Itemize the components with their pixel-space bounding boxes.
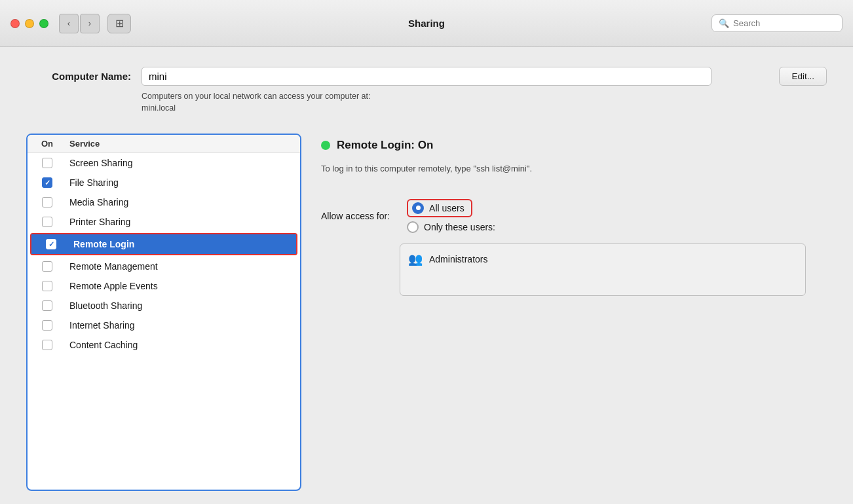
computer-name-right: Computers on your local network can acce…: [142, 67, 768, 114]
computer-name-section: Computer Name: Computers on your local n…: [26, 67, 827, 120]
service-label-remote-management: Remote Management: [67, 261, 300, 272]
status-title: Remote Login: On: [337, 139, 433, 152]
computer-name-input[interactable]: [142, 67, 711, 86]
traffic-lights: [10, 19, 48, 28]
service-item-screen-sharing[interactable]: Screen Sharing: [28, 153, 300, 173]
status-dot-on: [321, 141, 330, 150]
service-label-remote-apple-events: Remote Apple Events: [67, 281, 300, 291]
search-box[interactable]: 🔍: [711, 14, 843, 32]
checkbox-internet-sharing[interactable]: [42, 320, 52, 331]
search-icon: 🔍: [719, 18, 729, 28]
content-area: Computer Name: Computers on your local n…: [0, 47, 853, 504]
service-item-media-sharing[interactable]: Media Sharing: [28, 192, 300, 212]
status-description: To log in to this computer remotely, typ…: [321, 162, 714, 175]
users-table-row-administrators: 👥 Administrators: [408, 249, 797, 269]
checkbox-media-sharing[interactable]: [42, 197, 52, 207]
service-item-remote-management[interactable]: Remote Management: [28, 257, 300, 276]
status-row: Remote Login: On: [321, 139, 827, 152]
checkbox-bluetooth-sharing[interactable]: [42, 300, 52, 311]
search-input[interactable]: [733, 18, 835, 28]
service-label-screen-sharing: Screen Sharing: [67, 158, 300, 168]
service-list-body: Screen Sharing File Sharing Media Sharin…: [28, 153, 300, 490]
service-label-file-sharing: File Sharing: [67, 177, 300, 188]
maximize-button[interactable]: [39, 19, 48, 28]
service-item-bluetooth-sharing[interactable]: Bluetooth Sharing: [28, 296, 300, 315]
service-label-media-sharing: Media Sharing: [67, 197, 300, 207]
radio-row-only-these[interactable]: Only these users:: [407, 221, 495, 233]
service-item-internet-sharing[interactable]: Internet Sharing: [28, 315, 300, 335]
service-item-remote-apple-events[interactable]: Remote Apple Events: [28, 276, 300, 296]
checkbox-remote-management[interactable]: [42, 261, 52, 272]
col-service-header: Service: [67, 139, 300, 149]
radio-group: All users Only these users:: [407, 199, 495, 233]
checkbox-printer-sharing[interactable]: [42, 217, 52, 227]
checkbox-content-caching[interactable]: [42, 340, 52, 350]
radio-only-these[interactable]: [407, 221, 419, 233]
checkbox-remote-login[interactable]: [46, 239, 56, 249]
service-label-content-caching: Content Caching: [67, 340, 300, 350]
checkbox-remote-apple-events[interactable]: [42, 281, 52, 291]
service-label-remote-login: Remote Login: [71, 239, 296, 249]
back-button[interactable]: ‹: [59, 14, 79, 33]
access-label: Allow access for:: [321, 211, 390, 221]
radio-label-only-these: Only these users:: [424, 222, 495, 232]
service-item-file-sharing[interactable]: File Sharing: [28, 173, 300, 192]
service-label-internet-sharing: Internet Sharing: [67, 320, 300, 331]
minimize-button[interactable]: [25, 19, 34, 28]
grid-button[interactable]: ⊞: [107, 14, 131, 33]
service-item-printer-sharing[interactable]: Printer Sharing: [28, 212, 300, 232]
access-section: Allow access for: All users Only: [321, 199, 827, 296]
service-label-printer-sharing: Printer Sharing: [67, 217, 300, 227]
grid-icon: ⊞: [115, 17, 124, 29]
nav-buttons: ‹ ›: [59, 14, 100, 33]
edit-button[interactable]: Edit...: [779, 67, 827, 86]
window-title: Sharing: [408, 18, 445, 29]
forward-button[interactable]: ›: [80, 14, 100, 33]
service-list: On Service Screen Sharing File Sharing M: [26, 134, 301, 491]
radio-label-all-users: All users: [429, 203, 464, 213]
service-list-header: On Service: [28, 135, 300, 153]
close-button[interactable]: [10, 19, 20, 28]
checkbox-file-sharing[interactable]: [42, 177, 52, 188]
administrators-label: Administrators: [429, 254, 487, 264]
computer-name-description: Computers on your local network can acce…: [142, 91, 768, 114]
service-label-bluetooth-sharing: Bluetooth Sharing: [67, 300, 300, 311]
computer-name-label: Computer Name:: [26, 67, 131, 82]
titlebar: ‹ › ⊞ Sharing 🔍: [0, 0, 853, 47]
radio-all-users[interactable]: [412, 202, 424, 214]
col-on-header: On: [28, 139, 67, 149]
detail-panel: Remote Login: On To log in to this compu…: [321, 134, 827, 491]
users-table: 👥 Administrators: [400, 243, 806, 296]
checkbox-screen-sharing[interactable]: [42, 158, 52, 168]
radio-row-all-users[interactable]: All users: [407, 199, 495, 217]
service-item-remote-login[interactable]: Remote Login: [31, 234, 296, 254]
service-item-content-caching[interactable]: Content Caching: [28, 335, 300, 355]
administrators-icon: 👥: [408, 252, 423, 266]
main-layout: On Service Screen Sharing File Sharing M: [26, 134, 827, 491]
